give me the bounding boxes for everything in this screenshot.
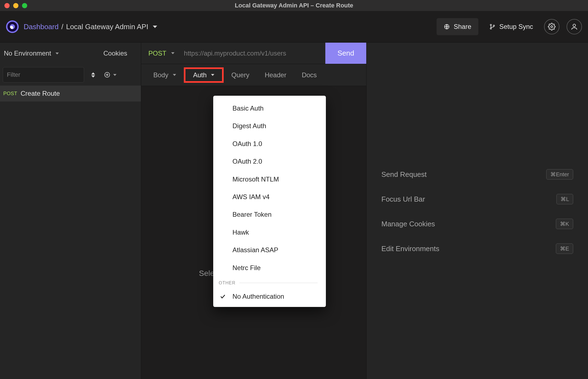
hint-edit-env: Edit Environments ⌘E	[381, 236, 573, 261]
separator-line	[239, 283, 318, 283]
sidebar-request-item[interactable]: POST Create Route	[0, 86, 141, 101]
sidebar: No Environment Cookies POST Create Route	[0, 43, 141, 379]
svg-point-2	[490, 28, 492, 29]
tab-label: Query	[231, 71, 249, 79]
hint-label: Edit Environments	[381, 245, 439, 253]
app-logo[interactable]	[6, 20, 19, 33]
response-panel: Send Request ⌘Enter Focus Url Bar ⌘L Man…	[367, 43, 588, 379]
auth-option-aws[interactable]: AWS IAM v4	[213, 188, 326, 206]
auth-option-oauth1[interactable]: OAuth 1.0	[213, 135, 326, 153]
auth-option-asap[interactable]: Atlassian ASAP	[213, 241, 326, 259]
tab-label: Header	[265, 71, 286, 79]
plus-circle-icon	[104, 72, 110, 78]
hint-focus-url: Focus Url Bar ⌘L	[381, 187, 573, 212]
placeholder-text: Sele	[199, 269, 214, 278]
tab-docs[interactable]: Docs	[294, 67, 324, 83]
chevron-down-icon	[113, 74, 117, 76]
maximize-window-button[interactable]	[22, 3, 27, 8]
auth-type-dropdown: Basic Auth Digest Auth OAuth 1.0 OAuth 2…	[213, 96, 326, 307]
breadcrumb-dashboard[interactable]: Dashboard	[24, 23, 59, 31]
auth-option-none-label: No Authentication	[232, 292, 284, 301]
tab-label: Auth	[193, 71, 207, 79]
minimize-window-button[interactable]	[13, 3, 18, 8]
url-input[interactable]	[182, 43, 325, 64]
tab-auth[interactable]: Auth	[184, 67, 224, 83]
url-bar: POST Send	[141, 43, 366, 64]
account-button[interactable]	[567, 19, 582, 34]
gear-icon	[548, 23, 556, 31]
chevron-down-icon	[56, 53, 59, 54]
dropdown-separator: OTHER	[213, 277, 326, 288]
keyboard-shortcut: ⌘E	[556, 243, 573, 254]
auth-option-ntlm[interactable]: Microsoft NTLM	[213, 171, 326, 188]
tab-query[interactable]: Query	[224, 67, 257, 83]
auth-option-basic[interactable]: Basic Auth	[213, 100, 326, 117]
sort-button[interactable]	[89, 72, 97, 78]
breadcrumb-separator: /	[61, 23, 63, 31]
environment-selector[interactable]: No Environment	[3, 50, 92, 57]
keyboard-shortcut: ⌘K	[556, 219, 573, 229]
settings-button[interactable]	[544, 19, 559, 34]
chevron-down-icon	[173, 74, 176, 76]
auth-option-digest[interactable]: Digest Auth	[213, 117, 326, 135]
breadcrumb-project[interactable]: Local Gateway Admin API	[66, 23, 148, 31]
keyboard-shortcut: ⌘Enter	[546, 169, 573, 180]
add-button[interactable]	[102, 72, 119, 78]
keyboard-shortcut: ⌘L	[556, 194, 573, 204]
chevron-down-icon[interactable]	[153, 26, 157, 28]
request-name: Create Route	[21, 90, 60, 97]
http-method-selector[interactable]: POST	[141, 43, 182, 64]
svg-point-4	[551, 26, 553, 28]
cookies-button[interactable]: Cookies	[92, 50, 138, 57]
auth-option-oauth2[interactable]: OAuth 2.0	[213, 153, 326, 170]
hint-label: Send Request	[381, 170, 427, 179]
setup-sync-label: Setup Sync	[499, 23, 533, 31]
share-button[interactable]: Share	[437, 18, 478, 35]
window-title: Local Gateway Admin API – Create Route	[235, 2, 353, 9]
chevron-down-icon	[211, 74, 214, 76]
environment-label: No Environment	[4, 50, 51, 57]
request-tabs: Body Auth Query Header Docs	[141, 64, 366, 86]
hint-label: Manage Cookies	[381, 220, 435, 228]
svg-point-5	[573, 24, 575, 27]
method-badge: POST	[3, 91, 17, 97]
filter-input[interactable]	[3, 67, 84, 83]
traffic-lights	[0, 3, 27, 8]
top-nav: Dashboard / Local Gateway Admin API Shar…	[0, 11, 588, 43]
auth-option-hawk[interactable]: Hawk	[213, 224, 326, 241]
close-window-button[interactable]	[4, 3, 10, 8]
other-label: OTHER	[219, 281, 235, 285]
branch-icon	[489, 24, 495, 30]
tab-body[interactable]: Body	[146, 67, 184, 83]
http-method-label: POST	[148, 50, 166, 57]
window-titlebar: Local Gateway Admin API – Create Route	[0, 0, 588, 11]
auth-option-netrc[interactable]: Netrc File	[213, 259, 326, 277]
send-button[interactable]: Send	[325, 43, 366, 64]
tab-label: Body	[153, 71, 168, 79]
globe-icon	[444, 24, 450, 30]
check-icon	[220, 293, 226, 300]
user-icon	[570, 23, 578, 31]
hint-send-request: Send Request ⌘Enter	[381, 162, 573, 187]
hint-manage-cookies: Manage Cookies ⌘K	[381, 212, 573, 236]
chevron-down-icon	[171, 52, 174, 54]
share-label: Share	[454, 23, 471, 31]
hint-label: Focus Url Bar	[381, 195, 425, 204]
svg-point-3	[493, 25, 495, 26]
auth-option-none[interactable]: No Authentication	[213, 288, 326, 305]
tab-label: Docs	[302, 71, 317, 79]
sort-icon	[91, 72, 95, 78]
svg-point-1	[490, 24, 492, 26]
auth-option-bearer[interactable]: Bearer Token	[213, 206, 326, 223]
tab-header[interactable]: Header	[257, 67, 294, 83]
breadcrumb: Dashboard / Local Gateway Admin API	[24, 23, 157, 31]
setup-sync-button[interactable]: Setup Sync	[486, 23, 537, 31]
